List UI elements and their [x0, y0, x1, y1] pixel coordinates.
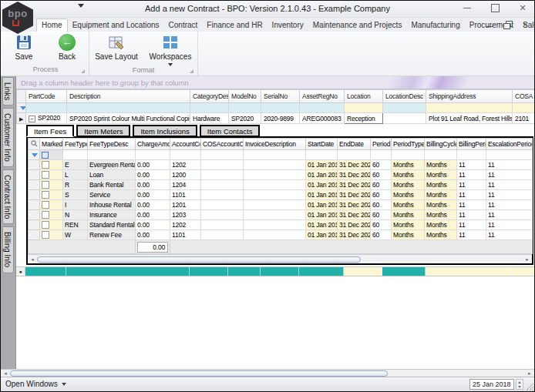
billingperiod-cell[interactable]: 11 — [457, 230, 486, 240]
new-cell-description[interactable] — [66, 267, 190, 276]
filter-cell[interactable] — [513, 103, 535, 113]
column-header[interactable]: AssetRegNo — [300, 90, 345, 103]
feetypedesc-cell[interactable]: Inhouse Rental — [88, 200, 136, 210]
resize-grip[interactable] — [526, 383, 533, 390]
invoicedescription-cell[interactable] — [244, 180, 306, 190]
escalationperiod-cell[interactable]: 11 — [486, 200, 533, 210]
outer-horizontal-scrollbar[interactable]: ◄ ► — [1, 369, 534, 377]
accountcode-cell[interactable]: 1203 — [170, 210, 201, 220]
startdate-cell[interactable]: 01 Jan 2018 — [306, 210, 338, 220]
marked-cell[interactable] — [40, 190, 63, 200]
fee-row[interactable]: L Loan 0.00 1200 01 Jan 2018 31 Dec 2022… — [29, 170, 533, 180]
billingperiod-cell[interactable]: 11 — [457, 200, 486, 210]
billingcycle-cell[interactable]: Months — [425, 230, 457, 240]
spin-up-icon[interactable] — [518, 381, 521, 384]
filter-cell[interactable] — [392, 150, 425, 160]
column-header[interactable]: CategoryDesc — [190, 90, 229, 103]
startdate-cell[interactable]: 01 Jan 2018 — [306, 220, 338, 230]
filter-cell[interactable] — [244, 150, 306, 160]
feetypedesc-cell[interactable]: Loan — [88, 170, 136, 180]
chargeamount-cell[interactable]: 0.00 — [136, 180, 170, 190]
filter-cell[interactable] — [170, 150, 201, 160]
filter-cell[interactable] — [338, 150, 371, 160]
accountcode-cell[interactable]: 1202 — [170, 160, 201, 170]
filter-cell[interactable] — [457, 150, 486, 160]
feetype-cell[interactable]: L — [63, 170, 88, 180]
column-header[interactable]: SerialNo — [261, 90, 300, 103]
fee-row[interactable]: I Inhouse Rental 0.00 1201 01 Jan 2018 3… — [29, 200, 533, 210]
mdi-close-icon[interactable]: ✕ — [521, 21, 530, 28]
scroll-left-icon[interactable]: ◄ — [30, 257, 35, 262]
invoicedescription-cell[interactable] — [244, 170, 306, 180]
marked-cell[interactable] — [40, 220, 63, 230]
column-header[interactable]: FeeType — [63, 139, 88, 150]
new-cell-locationdesc[interactable] — [382, 267, 426, 276]
cosaccountcode-cell[interactable] — [201, 160, 244, 170]
ribbon-tab[interactable]: Equipment and Locations — [68, 19, 164, 32]
feetype-cell[interactable]: REN — [63, 220, 88, 230]
feetypedesc-cell[interactable]: Insurance — [88, 210, 136, 220]
detail-tab[interactable]: Item Fees — [26, 125, 74, 137]
detail-tab[interactable]: Item Meters — [76, 125, 130, 137]
escalationperiod-cell[interactable]: 11 — [486, 190, 533, 200]
feetype-cell[interactable]: E — [63, 160, 88, 170]
group-by-panel[interactable]: Drag a column header here to group by th… — [16, 76, 534, 89]
ribbon-tab[interactable]: Manufacturing — [406, 19, 464, 32]
column-header[interactable]: EscalationPeriod — [486, 139, 533, 150]
column-header[interactable]: FeeTypeDesc — [88, 139, 136, 150]
cosaccountcode-cell[interactable] — [201, 170, 244, 180]
billingperiod-cell[interactable]: 11 — [457, 210, 486, 220]
enddate-cell[interactable]: 31 Dec 2022 — [338, 210, 371, 220]
column-header[interactable]: AccountCode — [170, 139, 201, 150]
periodtype-cell[interactable]: Months — [392, 180, 425, 190]
cosaccountcode-cell[interactable] — [201, 180, 244, 190]
new-cell-partcode[interactable] — [25, 267, 66, 276]
column-header[interactable]: ModelNo — [229, 90, 261, 103]
scroll-left-icon[interactable]: ◄ — [3, 371, 8, 376]
cosaccountcode-cell[interactable] — [201, 200, 244, 210]
column-header[interactable]: COSAccountCode — [201, 139, 244, 150]
chargeamount-cell[interactable]: 0.00 — [136, 190, 170, 200]
invoicedescription-cell[interactable] — [244, 190, 306, 200]
fee-row[interactable]: REN Standard Rentals 0.00 1202 01 Jan 20… — [29, 220, 533, 230]
scrollbar-thumb[interactable] — [10, 370, 388, 377]
serialno-cell[interactable]: 2020-9899 — [261, 113, 300, 124]
filter-cell[interactable] — [306, 150, 338, 160]
new-cell-location[interactable] — [344, 267, 382, 276]
back-button[interactable]: ← Back — [47, 34, 87, 61]
period-cell[interactable]: 60 — [371, 160, 392, 170]
startdate-cell[interactable]: 01 Jan 2018 — [306, 170, 338, 180]
maximize-button[interactable] — [490, 3, 500, 12]
periodtype-cell[interactable]: Months — [392, 210, 425, 220]
ribbon-tab[interactable]: Maintenance and Projects — [308, 19, 407, 32]
cos-cell[interactable]: 2101 — [513, 113, 535, 124]
column-header[interactable]: LocationDesc — [383, 90, 426, 103]
accountcode-cell[interactable]: 1200 — [170, 170, 201, 180]
invoicedescription-cell[interactable] — [244, 220, 306, 230]
filter-cell[interactable] — [88, 150, 136, 160]
column-header[interactable]: BillingCycle — [425, 139, 457, 150]
marked-checkbox[interactable] — [42, 171, 49, 179]
feetypedesc-cell[interactable]: Renew Fee — [88, 230, 136, 240]
mdi-minimize-icon[interactable] — [486, 21, 494, 28]
side-tab[interactable]: Customer Info — [2, 108, 14, 167]
billingcycle-cell[interactable]: Months — [425, 170, 457, 180]
scroll-right-icon[interactable]: ► — [525, 257, 530, 262]
chargeamount-cell[interactable]: 0.00 — [136, 220, 170, 230]
billingcycle-cell[interactable]: Months — [425, 180, 457, 190]
fee-row[interactable]: S Service 0.00 1101 01 Jan 2018 31 Dec 2… — [29, 190, 533, 200]
side-tab[interactable]: Billing Info — [2, 226, 14, 273]
column-header[interactable]: Location — [345, 90, 383, 103]
escalationperiod-cell[interactable]: 11 — [486, 220, 533, 230]
filter-cell[interactable] — [136, 150, 170, 160]
chargeamount-cell[interactable]: 0.00 — [136, 160, 170, 170]
feetypedesc-cell[interactable]: Service — [88, 190, 136, 200]
billingcycle-cell[interactable]: Months — [425, 190, 457, 200]
open-windows-button[interactable]: Open Windows — [5, 380, 66, 388]
side-tab[interactable]: Links — [2, 77, 14, 106]
periodtype-cell[interactable]: Months — [392, 200, 425, 210]
shippingaddress-cell[interactable]: Plot 91 Leaf Road, Forest Hills,... — [426, 113, 513, 124]
filter-cell[interactable] — [425, 150, 457, 160]
feetypedesc-cell[interactable]: Standard Rentals — [88, 220, 136, 230]
invoicedescription-cell[interactable] — [244, 210, 306, 220]
